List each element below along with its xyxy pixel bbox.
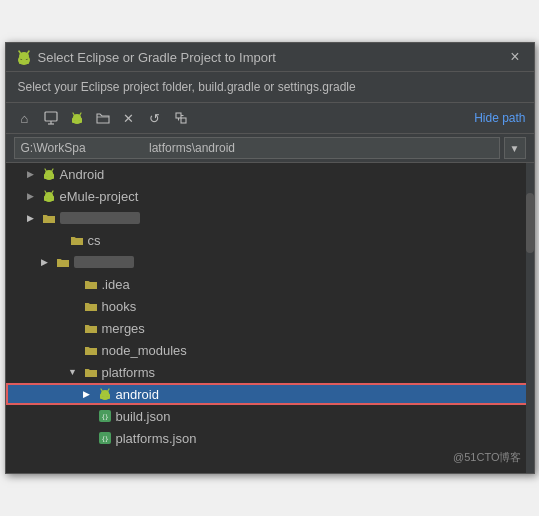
svg-text:{}: {}	[101, 413, 108, 420]
path-input[interactable]	[14, 137, 500, 159]
item-label-merges: merges	[102, 321, 145, 336]
refresh-button[interactable]: ↺	[144, 107, 166, 129]
file-tree-container: ▶ Android ▶	[6, 163, 534, 473]
folder-icon-blurred1	[41, 210, 57, 226]
item-label-cs: cs	[88, 233, 101, 248]
expand-blurred2[interactable]: ▶	[38, 255, 52, 269]
item-label-blurred2	[74, 256, 134, 268]
desktop-button[interactable]	[40, 107, 62, 129]
expand-emule[interactable]: ▶	[24, 189, 38, 203]
open-folder-icon	[96, 111, 110, 125]
folder-icon-idea	[83, 276, 99, 292]
android-small-icon	[70, 111, 84, 125]
android-icon-emule	[41, 188, 57, 204]
item-label-node-modules: node_modules	[102, 343, 187, 358]
item-label-hooks: hooks	[102, 299, 137, 314]
tree-item-blurred1[interactable]: ▶	[6, 207, 534, 229]
item-label-idea: .idea	[102, 277, 130, 292]
open-folder-button[interactable]	[92, 107, 114, 129]
folder-icon-merges	[83, 320, 99, 336]
item-label-platforms-json: platforms.json	[116, 431, 197, 446]
folder-icon-platforms	[83, 364, 99, 380]
expand-android-selected[interactable]: ▶	[80, 387, 94, 401]
folder-icon-cs	[69, 232, 85, 248]
svg-point-6	[19, 52, 29, 60]
import-dialog: Select Eclipse or Gradle Project to Impo…	[5, 42, 535, 474]
dialog-title: Select Eclipse or Gradle Project to Impo…	[38, 50, 276, 65]
hide-path-button[interactable]: Hide path	[474, 111, 525, 125]
folder-icon-hooks	[83, 298, 99, 314]
path-bar: ▼	[6, 134, 534, 163]
tree-item-hooks[interactable]: ▶ hooks	[6, 295, 534, 317]
title-bar-left: Select Eclipse or Gradle Project to Impo…	[16, 49, 276, 65]
expand-blurred1[interactable]: ▶	[24, 211, 38, 225]
tree-item-cs[interactable]: ▶ cs	[6, 229, 534, 251]
svg-text:{}: {}	[101, 435, 108, 442]
svg-point-34	[45, 192, 53, 199]
item-label-blurred1	[60, 212, 140, 224]
item-label-android-selected: android	[116, 387, 159, 402]
home-button[interactable]: ⌂	[14, 107, 36, 129]
tree-item-platforms-json[interactable]: ▶ {} platforms.json	[6, 427, 534, 449]
tree-item-emule[interactable]: ▶ eMule-project	[6, 185, 534, 207]
toolbar: ⌂ ✕ ↺	[6, 103, 534, 134]
collapse-icon	[174, 111, 188, 125]
item-label-build-json: build.json	[116, 409, 171, 424]
description-text: Select your Eclipse project folder, buil…	[6, 72, 534, 103]
android-icon-selected	[97, 386, 113, 402]
collapse-button[interactable]	[170, 107, 192, 129]
tree-item-idea[interactable]: ▶ .idea	[6, 273, 534, 295]
folder-icon-node-modules	[83, 342, 99, 358]
dialog-icon	[16, 49, 32, 65]
android-icon-android	[41, 166, 57, 182]
file-tree: ▶ Android ▶	[6, 163, 534, 473]
android-nav-button[interactable]	[66, 107, 88, 129]
close-x-button[interactable]: ✕	[118, 107, 140, 129]
tree-item-android-selected[interactable]: ▶ android	[6, 383, 534, 405]
tree-item-android[interactable]: ▶ Android	[6, 163, 534, 185]
svg-rect-18	[181, 118, 186, 123]
svg-point-16	[73, 114, 81, 121]
item-label-emule: eMule-project	[60, 189, 139, 204]
json-icon-build: {}	[97, 408, 113, 424]
monitor-icon	[44, 111, 58, 125]
svg-rect-17	[176, 113, 181, 118]
tree-item-blurred2[interactable]: ▶	[6, 251, 534, 273]
svg-rect-7	[45, 112, 57, 121]
svg-point-27	[45, 170, 53, 177]
expand-platforms[interactable]: ▼	[66, 365, 80, 379]
tree-item-platforms[interactable]: ▼ platforms	[6, 361, 534, 383]
svg-point-41	[101, 390, 109, 397]
item-label-android: Android	[60, 167, 105, 182]
json-icon-platforms: {}	[97, 430, 113, 446]
watermark: @51CTO博客	[453, 450, 521, 465]
tree-item-node-modules[interactable]: ▶ node_modules	[6, 339, 534, 361]
expand-android[interactable]: ▶	[24, 167, 38, 181]
title-bar: Select Eclipse or Gradle Project to Impo…	[6, 43, 534, 72]
item-label-platforms: platforms	[102, 365, 155, 380]
tree-item-merges[interactable]: ▶ merges	[6, 317, 534, 339]
folder-icon-blurred2	[55, 254, 71, 270]
tree-item-build-json[interactable]: ▶ {} build.json	[6, 405, 534, 427]
path-dropdown-button[interactable]: ▼	[504, 137, 526, 159]
scrollbar-thumb[interactable]	[526, 193, 534, 253]
scrollbar-track[interactable]	[526, 163, 534, 473]
close-button[interactable]: ×	[506, 49, 523, 65]
